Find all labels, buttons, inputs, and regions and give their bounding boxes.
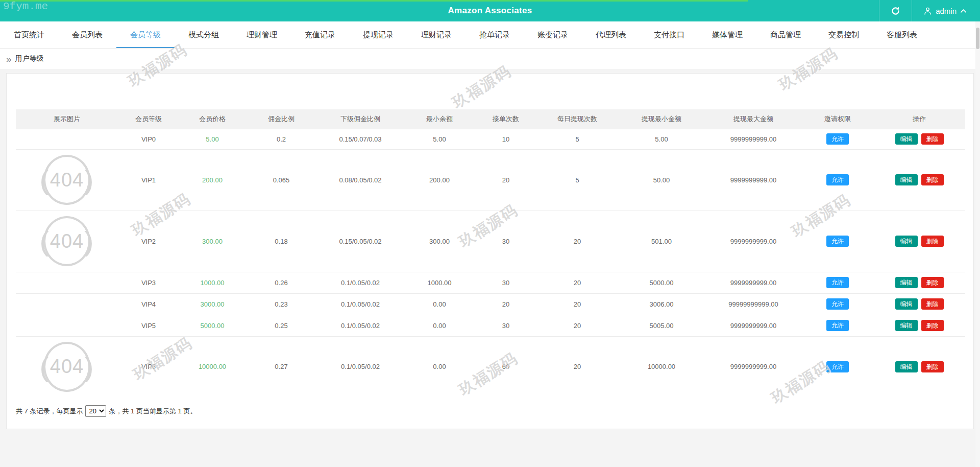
delete-button[interactable]: 删除 — [921, 298, 944, 310]
nav-tab[interactable]: 提现记录 — [349, 21, 407, 48]
edit-button[interactable]: 编辑 — [895, 298, 918, 310]
table-row: VIP43000.000.230.1/0.05/0.020.0020203006… — [16, 293, 965, 315]
max-withdraw-cell: 9999999999.00 — [705, 149, 802, 211]
invite-permission-cell: 允许 — [802, 336, 873, 397]
nav-tab[interactable]: 媒体管理 — [698, 21, 756, 48]
price-cell: 300.00 — [179, 211, 246, 272]
scrollbar[interactable] — [975, 21, 980, 467]
invite-permission-cell: 允许 — [802, 211, 873, 272]
table-card: 展示图片会员等级会员价格佣金比例下级佣金比例最小余额接单次数每日提现次数提现最小… — [6, 73, 974, 429]
edit-button[interactable]: 编辑 — [895, 277, 918, 288]
order-count-cell: 20 — [475, 149, 536, 211]
table-row: (404)VIP610000.000.270.1/0.05/0.020.0060… — [16, 336, 965, 397]
price-cell: 5000.00 — [179, 315, 246, 336]
delete-button[interactable]: 删除 — [921, 361, 944, 372]
nav-tab[interactable]: 抢单记录 — [465, 21, 524, 48]
min-balance-cell: 0.00 — [404, 336, 475, 397]
allow-button[interactable]: 允许 — [826, 277, 849, 288]
column-header: 下级佣金比例 — [317, 109, 404, 129]
nav-tab[interactable]: 客服列表 — [873, 21, 931, 48]
min-balance-cell: 5.00 — [404, 129, 475, 149]
max-withdraw-cell: 9999999999.00 — [705, 315, 802, 336]
level-cell: VIP2 — [118, 211, 179, 272]
operations-cell: 编辑删除 — [873, 272, 965, 293]
nav-tab[interactable]: 理财记录 — [407, 21, 465, 48]
edit-button[interactable]: 编辑 — [895, 133, 918, 145]
nav-tab[interactable]: 账变记录 — [524, 21, 582, 48]
allow-button[interactable]: 允许 — [826, 361, 849, 372]
operations-cell: 编辑删除 — [873, 129, 965, 149]
nav-tab[interactable]: 首页统计 — [0, 21, 58, 48]
allow-button[interactable]: 允许 — [826, 133, 849, 145]
order-count-cell: 30 — [475, 211, 536, 272]
table-body: VIP05.000.20.15/0.07/0.035.001055.009999… — [16, 129, 965, 397]
level-image-cell — [16, 272, 118, 293]
table-row: (404)VIP2300.000.180.15/0.05/0.02300.003… — [16, 211, 965, 272]
delete-button[interactable]: 删除 — [921, 320, 944, 331]
sub-commission-cell: 0.15/0.05/0.02 — [317, 211, 404, 272]
delete-button[interactable]: 删除 — [921, 174, 944, 185]
daily-withdraw-count-cell: 20 — [536, 293, 618, 315]
nav-tab[interactable]: 理财管理 — [233, 21, 291, 48]
daily-withdraw-count-cell: 5 — [536, 129, 618, 149]
allow-button[interactable]: 允许 — [826, 320, 849, 331]
edit-button[interactable]: 编辑 — [895, 320, 918, 331]
nav-tab[interactable]: 商品管理 — [756, 21, 815, 48]
min-withdraw-cell: 3006.00 — [618, 293, 705, 315]
operations-cell: 编辑删除 — [873, 149, 965, 211]
vip-levels-table: 展示图片会员等级会员价格佣金比例下级佣金比例最小余额接单次数每日提现次数提现最小… — [16, 109, 965, 397]
nav-tab[interactable]: 交易控制 — [815, 21, 873, 48]
allow-button[interactable]: 允许 — [826, 298, 849, 310]
chevron-up-icon — [960, 8, 967, 13]
level-image-cell — [16, 293, 118, 315]
nav-tab[interactable]: 充值记录 — [291, 21, 349, 48]
edit-button[interactable]: 编辑 — [895, 174, 918, 185]
edit-button[interactable]: 编辑 — [895, 361, 918, 372]
nav-tab[interactable]: 代理列表 — [582, 21, 640, 48]
refresh-button[interactable] — [879, 0, 912, 21]
daily-withdraw-count-cell: 5 — [536, 149, 618, 211]
nav-tab[interactable]: 支付接口 — [640, 21, 698, 48]
column-header: 邀请权限 — [802, 109, 873, 129]
edit-button[interactable]: 编辑 — [895, 236, 918, 247]
delete-button[interactable]: 删除 — [921, 277, 944, 288]
scrollbar-thumb[interactable] — [976, 28, 979, 49]
delete-button[interactable]: 删除 — [921, 133, 944, 145]
user-name: admin — [936, 7, 957, 15]
level-cell: VIP4 — [118, 293, 179, 315]
page-size-select[interactable]: 20 — [85, 405, 106, 417]
price-cell: 5.00 — [179, 129, 246, 149]
corner-watermark: 9fym.me — [3, 0, 48, 13]
allow-button[interactable]: 允许 — [826, 174, 849, 185]
commission-cell: 0.26 — [246, 272, 317, 293]
sub-commission-cell: 0.1/0.05/0.02 — [317, 315, 404, 336]
column-header: 每日提现次数 — [536, 109, 618, 129]
allow-button[interactable]: 允许 — [826, 236, 849, 247]
table-header-row: 展示图片会员等级会员价格佣金比例下级佣金比例最小余额接单次数每日提现次数提现最小… — [16, 109, 965, 129]
double-chevron-icon: » — [6, 54, 12, 64]
min-balance-cell: 0.00 — [404, 293, 475, 315]
operations-cell: 编辑删除 — [873, 336, 965, 397]
level-image-cell: (404) — [16, 336, 118, 397]
level-cell: VIP6 — [118, 336, 179, 397]
min-withdraw-cell: 10000.00 — [618, 336, 705, 397]
pagination-footer: 共 7 条记录，每页显示 20 条，共 1 页当前显示第 1 页。 — [16, 405, 964, 417]
daily-withdraw-count-cell: 20 — [536, 315, 618, 336]
nav-tab[interactable]: 会员列表 — [58, 21, 116, 48]
commission-cell: 0.18 — [246, 211, 317, 272]
invite-permission-cell: 允许 — [802, 272, 873, 293]
pagination-text-prefix: 共 7 条记录，每页显示 — [16, 407, 83, 416]
nav-tab-active[interactable]: 会员等级 — [116, 21, 175, 48]
min-withdraw-cell: 5005.00 — [618, 315, 705, 336]
user-menu[interactable]: admin — [912, 0, 980, 21]
operations-cell: 编辑删除 — [873, 211, 965, 272]
invite-permission-cell: 允许 — [802, 149, 873, 211]
order-count-cell: 20 — [475, 293, 536, 315]
delete-button[interactable]: 删除 — [921, 236, 944, 247]
column-header: 提现最大金额 — [705, 109, 802, 129]
pagination-text-suffix: 条，共 1 页当前显示第 1 页。 — [109, 407, 197, 416]
breadcrumb: » 用户等级 — [0, 49, 980, 69]
column-header: 会员价格 — [179, 109, 246, 129]
invite-permission-cell: 允许 — [802, 293, 873, 315]
nav-tab[interactable]: 模式分组 — [175, 21, 233, 48]
